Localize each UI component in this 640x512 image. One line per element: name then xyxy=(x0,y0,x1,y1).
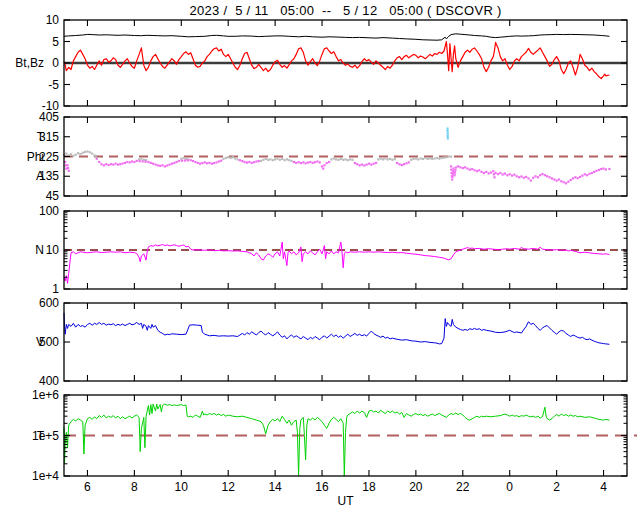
series-phi-away xyxy=(64,158,610,185)
y-tick-label: 1e+6 xyxy=(32,388,59,402)
series-T xyxy=(64,404,609,476)
x-tick-label: 0 xyxy=(506,480,513,494)
axis-label-t: T xyxy=(37,130,45,144)
y-tick-label: 400 xyxy=(39,374,59,388)
y-tick-label: 1 xyxy=(52,282,59,296)
x-tick-label: 4 xyxy=(600,480,607,494)
x-tick-label: 16 xyxy=(315,480,329,494)
y-tick-label: 10 xyxy=(46,13,60,27)
x-tick-label: 8 xyxy=(131,480,138,494)
series-N xyxy=(64,242,609,283)
y-tick-label: 10 xyxy=(46,243,60,257)
series-phi-toward xyxy=(63,150,452,162)
y-tick-label: 600 xyxy=(39,296,59,310)
x-axis-title: UT xyxy=(338,494,355,508)
panel-velocity: 600500400V xyxy=(36,296,627,388)
panel-phi: 40531522513545TPhiA xyxy=(27,110,627,203)
chart-canvas: 1050-5-10Bt,Bz40531522513545TPhiA100101N… xyxy=(0,0,640,512)
plot-title: 2023 / 5 / 11 05:00 -- 5 / 12 05:00 ( DS… xyxy=(64,3,627,18)
y-tick-label: 1e+4 xyxy=(32,469,59,483)
x-tick-label: 2 xyxy=(553,480,560,494)
x-tick-label: 10 xyxy=(175,480,189,494)
panel-temperature: 1e+61e+51e+4T xyxy=(32,388,637,483)
y-tick-label: 0 xyxy=(52,56,59,70)
panel-frame xyxy=(64,117,627,196)
solar-wind-plot-page: 2023 / 5 / 11 05:00 -- 5 / 12 05:00 ( DS… xyxy=(0,0,640,512)
x-tick-label: 20 xyxy=(409,480,423,494)
panel-bt-bz: 1050-5-10Bt,Bz xyxy=(15,13,627,113)
y-tick-label: -5 xyxy=(48,78,59,92)
x-tick-label: 22 xyxy=(456,480,470,494)
series-V xyxy=(64,313,609,345)
axis-label-t: T xyxy=(37,429,45,443)
x-tick-label: 18 xyxy=(362,480,376,494)
y-tick-label: 405 xyxy=(39,110,59,124)
panel-density: 100101N xyxy=(35,204,627,296)
series-phi-outlier xyxy=(446,128,449,140)
y-tick-label: 5 xyxy=(52,35,59,49)
axis-label-a: A xyxy=(36,169,44,183)
axis-label-bt,bz: Bt,Bz xyxy=(15,56,44,70)
axis-label-v: V xyxy=(36,335,44,349)
axis-label-n: N xyxy=(35,243,44,257)
panel-frame xyxy=(64,303,627,381)
y-tick-label: 45 xyxy=(46,189,60,203)
y-tick-label: 100 xyxy=(39,204,59,218)
x-tick-label: 14 xyxy=(268,480,282,494)
axis-label-phi: Phi xyxy=(27,150,44,164)
x-tick-label: 12 xyxy=(222,480,236,494)
series-Bz xyxy=(64,42,609,79)
x-tick-label: 6 xyxy=(84,480,91,494)
series-Bt xyxy=(64,34,609,40)
